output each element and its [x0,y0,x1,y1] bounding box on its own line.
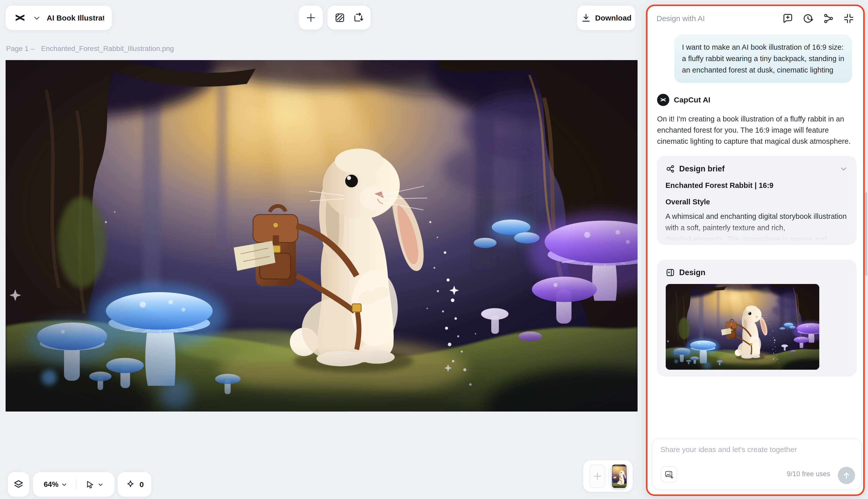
cursor-tool-dropdown[interactable] [84,479,104,490]
view-controls: 64% [33,472,115,497]
divider [608,469,609,484]
user-message-bubble: I want to make an AI book illustration o… [674,35,852,83]
chevron-down-icon [97,481,104,488]
design-brief-title: Design brief [679,164,835,173]
chevron-down-icon[interactable] [839,165,848,173]
free-uses-counter: 9/10 free uses [787,470,830,478]
canvas-tools [328,5,370,30]
layers-icon [13,479,24,490]
design-result-thumbnail[interactable] [666,284,819,370]
add-page-button[interactable] [589,464,605,488]
page-number: Page 1 – [6,45,35,53]
layers-button[interactable] [8,472,29,497]
plus-icon [305,12,317,23]
brief-body: A whimsical and enchanting digital story… [665,211,848,233]
design-with-ai-panel: Design with AI [646,4,865,496]
assistant-name: CapCut AI [674,96,710,104]
panel-title: Design with AI [657,14,705,23]
capcut-editor-window: AI Book Illustrati… Download [0,0,868,499]
credits-button[interactable]: 0 [118,472,151,497]
assistant-header: CapCut AI [657,94,710,106]
credits-count: 0 [140,480,144,489]
capcut-logo-icon [13,12,27,24]
prompt-input-card: 9/10 free uses [652,438,861,490]
capcut-ai-avatar [657,94,669,106]
page-label: Page 1 – Enchanted_Forest_Rabbit_Illustr… [6,45,174,53]
history-icon[interactable] [802,13,814,24]
scrollbar-thumb[interactable] [865,192,867,276]
download-label: Download [595,14,631,22]
zoom-level: 64% [44,480,58,489]
background-fill-icon[interactable] [334,12,345,23]
download-icon [581,13,591,23]
chevron-down-icon[interactable] [33,14,41,22]
design-card: Design [657,260,857,377]
zoom-dropdown[interactable]: 64% [44,480,68,489]
assistant-message: On it! I'm creating a book illustration … [657,113,858,147]
document-menu[interactable]: AI Book Illustrati… [5,5,112,30]
chevron-down-icon [61,481,68,488]
design-card-title: Design [679,268,848,277]
page-thumbnail[interactable] [612,464,627,488]
image-add-icon [664,470,674,479]
pages-bar [583,460,633,492]
canvas-artwork[interactable] [5,60,638,412]
brief-body-faded: detailed elements. The atmosphere is ser… [665,233,848,245]
download-button[interactable]: Download [577,5,635,30]
divider [76,479,76,490]
page-filename: Enchanted_Forest_Rabbit_Illustration.png [41,45,174,53]
resize-icon[interactable] [353,12,364,23]
cursor-icon [84,479,95,490]
send-button[interactable] [838,467,855,484]
design-brief-card: Design brief Enchanted Forest Rabbit | 1… [657,156,857,245]
attach-image-button[interactable] [661,466,677,483]
collapse-panel-icon[interactable] [843,13,855,24]
brief-section-title: Overall Style [665,198,848,206]
sparkle-icon [126,479,135,490]
document-title: AI Book Illustrati… [47,14,104,22]
brief-heading: Enchanted Forest Rabbit | 16:9 [665,181,848,190]
arrow-up-icon [842,471,851,480]
new-chat-icon[interactable] [782,13,794,24]
design-panel-icon [665,268,675,277]
add-element-button[interactable] [299,5,323,30]
prompt-input[interactable] [661,446,853,462]
panel-actions [782,13,855,24]
enchanted-forest-rabbit-image [5,60,638,412]
brief-nodes-icon [665,164,675,174]
plus-icon [593,471,602,481]
share-icon[interactable] [823,13,834,24]
